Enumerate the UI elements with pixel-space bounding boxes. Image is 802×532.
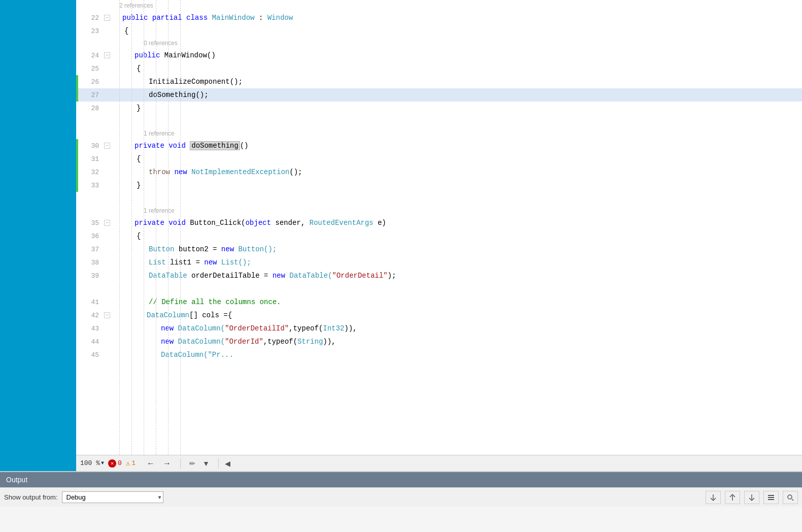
code-content: new DataColumn("OrderId",typeof(String))… xyxy=(161,338,336,346)
code-token: new xyxy=(174,168,191,176)
code-line: 30−private void doSomething() xyxy=(76,139,802,152)
line-number: 38 xyxy=(76,259,104,267)
code-content: DataTable orderDetailTable = new DataTab… xyxy=(149,272,396,280)
code-token: )), xyxy=(323,338,336,346)
code-line: 26InitializeComponent(); xyxy=(76,75,802,88)
code-token: } xyxy=(137,181,141,189)
code-line: 41// Define all the columns once. xyxy=(76,295,802,309)
code-line: 45DataColumn("Pr... xyxy=(76,348,802,361)
code-content: { xyxy=(137,64,141,73)
code-token: void xyxy=(169,219,190,227)
output-header: Output xyxy=(0,472,802,487)
nav-back-button[interactable]: ← xyxy=(144,458,158,469)
output-find-btn[interactable] xyxy=(783,491,798,504)
zoom-control[interactable]: 100 % ▼ xyxy=(80,459,104,467)
scroll-bar-area[interactable]: ◀ xyxy=(225,458,230,469)
error-icon: ✕ xyxy=(108,459,116,468)
error-badge: ✕ 0 xyxy=(108,459,122,468)
code-token: new xyxy=(161,324,178,332)
code-token: DataColumn("Pr... xyxy=(161,351,233,359)
code-token: ,typeof( xyxy=(263,338,297,346)
code-line: 25{ xyxy=(76,62,802,75)
code-token: new xyxy=(161,338,178,346)
code-token: object xyxy=(245,219,271,227)
code-token: list1 = xyxy=(166,258,205,267)
line-number: 41 xyxy=(76,298,104,306)
line-number: 33 xyxy=(76,182,104,189)
line-number: 25 xyxy=(76,65,104,73)
code-line: 38List list1 = new List(); xyxy=(76,256,802,269)
code-token: partial xyxy=(152,14,186,22)
output-title: Output xyxy=(6,476,27,484)
line-number: 28 xyxy=(76,105,104,112)
line-number: 27 xyxy=(76,91,104,99)
output-toolbar: Show output from: Debug Build General ▼ xyxy=(0,487,802,507)
code-line: 0 references xyxy=(76,38,802,49)
code-content: public MainWindow() xyxy=(135,51,216,59)
line-number: 36 xyxy=(76,232,104,240)
code-token: RoutedEventArgs xyxy=(310,219,374,227)
nav-arrows: ← → xyxy=(144,458,174,469)
code-token: Window xyxy=(268,14,293,22)
code-content: new DataColumn("OrderDetailId",typeof(In… xyxy=(161,324,357,332)
code-content: private void doSomething() xyxy=(135,142,248,150)
code-token: () xyxy=(240,142,249,150)
code-token: e) xyxy=(374,219,386,227)
code-content: // Define all the columns once. xyxy=(149,298,281,306)
line-number: 31 xyxy=(76,155,104,163)
output-source-wrapper[interactable]: Debug Build General ▼ xyxy=(62,491,163,503)
code-content: List list1 = new List(); xyxy=(149,258,251,267)
code-token: orderDetailTable = xyxy=(187,272,273,280)
collapse-button[interactable]: − xyxy=(104,220,110,226)
code-token: NotImplementedException xyxy=(191,168,289,176)
code-content: InitializeComponent(); xyxy=(149,78,243,86)
code-line: 35−private void Button_Click(object send… xyxy=(76,216,802,229)
output-action-btn-2[interactable] xyxy=(725,491,740,504)
code-token: Int32 xyxy=(323,324,344,332)
line-number: 42 xyxy=(76,312,104,319)
code-line: 43new DataColumn("OrderDetailId",typeof(… xyxy=(76,322,802,335)
code-token: InitializeComponent(); xyxy=(149,78,243,86)
code-line: 31{ xyxy=(76,152,802,165)
output-source-select[interactable]: Debug Build General xyxy=(62,491,163,503)
code-line xyxy=(76,115,802,128)
code-token: () xyxy=(207,51,216,59)
line-number: 39 xyxy=(76,272,104,280)
status-bar: 100 % ▼ ✕ 0 ⚠ 1 ← → ✏ ▼ ◀ xyxy=(76,455,802,471)
code-token: MainWindow xyxy=(212,14,254,22)
code-token: private xyxy=(135,142,169,150)
svg-rect-0 xyxy=(768,495,774,496)
output-action-btn-3[interactable] xyxy=(744,491,759,504)
collapse-button[interactable]: − xyxy=(104,52,110,58)
code-token: List(); xyxy=(221,258,251,267)
code-line: 24−public MainWindow() xyxy=(76,49,802,62)
code-token: sender, xyxy=(271,219,310,227)
zoom-dropdown-arrow[interactable]: ▼ xyxy=(101,460,104,466)
toolbar-icons: ✏ ▼ xyxy=(187,458,212,469)
main-area: 2 references22−public partial class Main… xyxy=(0,0,802,471)
line-number: 30 xyxy=(76,142,104,150)
code-line: 1 reference xyxy=(76,128,802,139)
output-clear-btn[interactable] xyxy=(763,491,779,504)
separator-1 xyxy=(180,458,181,469)
code-editor[interactable]: 2 references22−public partial class Main… xyxy=(76,0,802,455)
output-action-btn-1[interactable] xyxy=(706,491,721,504)
line-number: 45 xyxy=(76,351,104,359)
warning-triangle-icon: ⚠ xyxy=(126,459,130,468)
annotation-button[interactable]: ✏ xyxy=(187,458,198,469)
code-token: : xyxy=(254,14,267,22)
code-line: 32throw new NotImplementedException(); xyxy=(76,165,802,179)
collapse-button[interactable]: − xyxy=(104,143,110,149)
code-token: { xyxy=(137,64,141,73)
separator-2 xyxy=(218,458,219,469)
code-lines: 2 references22−public partial class Main… xyxy=(76,0,802,455)
code-content: DataColumn[] cols ={ xyxy=(147,311,232,319)
left-sidebar-blue xyxy=(0,0,76,471)
annotation-dropdown[interactable]: ▼ xyxy=(200,458,212,469)
code-line: 23{ xyxy=(76,24,802,38)
code-content: } xyxy=(137,181,141,189)
nav-forward-button[interactable]: → xyxy=(160,458,174,469)
warning-count: 1 xyxy=(131,459,136,467)
collapse-button[interactable]: − xyxy=(104,15,110,21)
collapse-button[interactable]: − xyxy=(104,312,110,318)
